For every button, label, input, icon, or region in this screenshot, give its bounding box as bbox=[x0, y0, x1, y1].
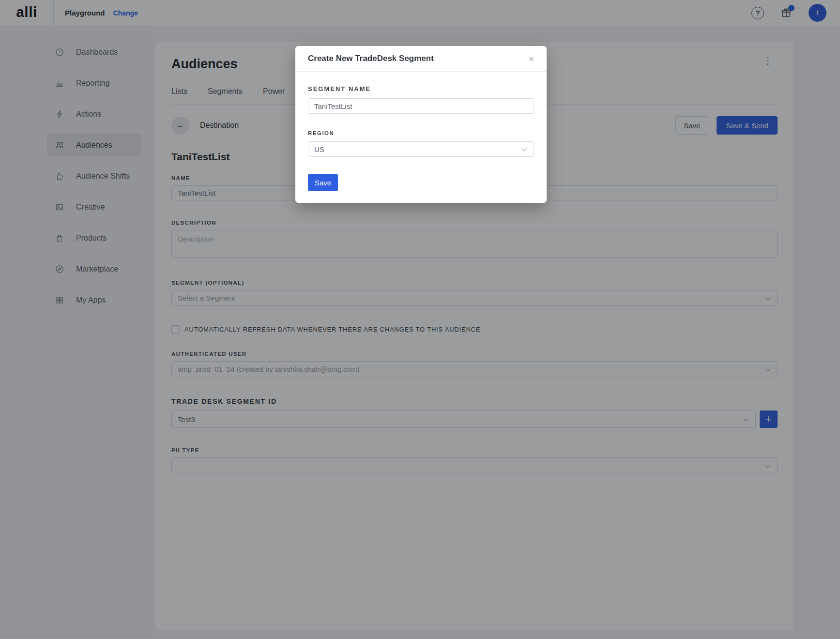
segment-name-input[interactable] bbox=[308, 98, 534, 114]
create-tradedesk-segment-modal: Create New TradeDesk Segment × SEGMENT N… bbox=[295, 46, 547, 203]
region-select[interactable]: US bbox=[308, 141, 534, 157]
region-label: REGION bbox=[308, 130, 534, 136]
modal-title: Create New TradeDesk Segment bbox=[308, 54, 434, 63]
modal-body: SEGMENT NAME REGION US Save bbox=[295, 72, 547, 203]
close-icon[interactable]: × bbox=[529, 54, 534, 63]
chevron-down-icon bbox=[521, 146, 527, 151]
modal-save-button[interactable]: Save bbox=[308, 174, 338, 191]
modal-header: Create New TradeDesk Segment × bbox=[295, 46, 547, 72]
segment-name-label: SEGMENT NAME bbox=[308, 85, 534, 92]
